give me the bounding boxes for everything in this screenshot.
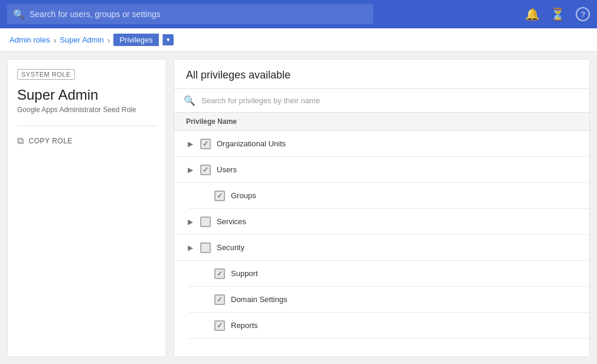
- breadcrumb-admin-roles[interactable]: Admin roles: [9, 35, 50, 44]
- privilege-table: Privilege Name ▶Organizational Units▶Use…: [174, 113, 589, 356]
- hourglass-icon[interactable]: ⏳: [550, 7, 565, 21]
- privilege-checkbox-6[interactable]: [214, 294, 225, 305]
- expand-arrow-1[interactable]: ▶: [186, 166, 194, 174]
- right-panel: All privileges available 🔍 Privilege Nam…: [174, 59, 590, 357]
- privileges-search-icon: 🔍: [184, 95, 195, 106]
- privilege-name-7: Reports: [231, 321, 258, 330]
- search-input[interactable]: [30, 9, 367, 19]
- privilege-row: ▶Organizational Units: [174, 131, 589, 157]
- privilege-checkbox-2[interactable]: [214, 191, 225, 201]
- privilege-name-5: Support: [231, 269, 258, 278]
- privilege-name-6: Domain Settings: [231, 295, 287, 304]
- breadcrumb-dropdown-btn[interactable]: ▾: [162, 34, 174, 45]
- breadcrumb-super-admin[interactable]: Super Admin: [60, 35, 103, 44]
- privilege-name-2: Groups: [231, 191, 256, 200]
- privilege-checkbox-5[interactable]: [214, 268, 225, 279]
- privilege-row: Reports: [188, 313, 589, 339]
- privilege-checkbox-0[interactable]: [200, 139, 211, 149]
- role-description: Google Apps Administrator Seed Role: [17, 106, 156, 114]
- privileges-search-bar[interactable]: 🔍: [174, 89, 589, 113]
- privilege-checkbox-7[interactable]: [214, 320, 225, 331]
- privilege-checkbox-3[interactable]: [200, 217, 211, 227]
- copy-role-button[interactable]: ⧉ COPY ROLE: [17, 133, 156, 149]
- expand-arrow-4[interactable]: ▶: [186, 244, 194, 252]
- privilege-row: Groups: [188, 183, 589, 209]
- left-panel: SYSTEM ROLE Super Admin Google Apps Admi…: [7, 59, 167, 357]
- system-role-badge: SYSTEM ROLE: [17, 69, 75, 80]
- panel-title: All privileges available: [174, 60, 589, 89]
- table-column-header: Privilege Name: [174, 113, 589, 131]
- privilege-checkbox-4[interactable]: [200, 242, 211, 253]
- privilege-row: ▶Users: [174, 157, 589, 183]
- role-name: Super Admin: [17, 87, 156, 103]
- privilege-checkbox-1[interactable]: [200, 165, 211, 175]
- main-container: SYSTEM ROLE Super Admin Google Apps Admi…: [0, 52, 597, 364]
- privilege-row: ▶Security: [174, 235, 589, 261]
- search-icon: 🔍: [13, 9, 25, 20]
- app-header: 🔍 🔔 ⏳ ?: [0, 0, 597, 28]
- expand-arrow-0[interactable]: ▶: [186, 140, 194, 148]
- search-bar[interactable]: 🔍: [7, 4, 373, 24]
- help-icon[interactable]: ?: [576, 7, 590, 21]
- privilege-name-4: Security: [217, 243, 244, 252]
- copy-role-label: COPY ROLE: [29, 137, 73, 145]
- header-icons: 🔔 ⏳ ?: [525, 7, 590, 21]
- privilege-name-1: Users: [217, 165, 237, 174]
- breadcrumb-current: Privileges: [113, 34, 158, 46]
- divider: [17, 126, 156, 126]
- privilege-row: ▶Services: [174, 209, 589, 235]
- breadcrumb-sep-1: ›: [54, 35, 57, 45]
- copy-icon: ⧉: [17, 136, 24, 146]
- privileges-search-input[interactable]: [201, 96, 580, 105]
- breadcrumb-sep-2: ›: [107, 35, 110, 45]
- bell-icon[interactable]: 🔔: [525, 7, 540, 21]
- privilege-name-3: Services: [217, 217, 246, 226]
- privilege-row: Domain Settings: [188, 287, 589, 313]
- privilege-row: Support: [188, 261, 589, 287]
- breadcrumb: Admin roles › Super Admin › Privileges ▾: [0, 28, 597, 52]
- expand-arrow-3[interactable]: ▶: [186, 218, 194, 226]
- privilege-name-0: Organizational Units: [217, 139, 286, 148]
